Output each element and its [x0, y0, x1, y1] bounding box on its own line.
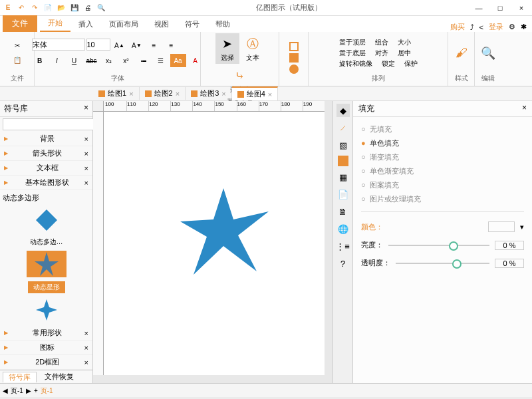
bold-button[interactable]: B [32, 54, 48, 67]
send-back[interactable]: 置于底层 [339, 49, 366, 58]
shadow-tool-icon[interactable]: ▧ [336, 138, 350, 152]
page-active[interactable]: 页-1 [41, 386, 53, 396]
globe-tool-icon[interactable]: 🌐 [336, 222, 350, 235]
tab-home[interactable]: 开始 [40, 15, 70, 32]
page-next-icon[interactable]: ▶ [26, 387, 31, 394]
sup-button[interactable]: x² [118, 54, 134, 67]
open-icon[interactable]: 📂 [56, 3, 66, 13]
star-shape[interactable] [177, 185, 270, 278]
btab-symbol[interactable]: 符号库 [3, 372, 37, 382]
size-cmd[interactable]: 大小 [398, 38, 411, 47]
share-icon[interactable]: < [479, 23, 483, 31]
preview-icon[interactable]: 🔍 [96, 3, 106, 13]
underline-button[interactable]: U [66, 54, 82, 67]
copy-icon[interactable]: 📋 [9, 54, 25, 67]
circle-fill-icon[interactable] [289, 65, 299, 74]
export-icon[interactable]: ⤴ [470, 23, 474, 31]
fill-picture[interactable]: 图片或纹理填充 [361, 192, 524, 206]
cat-icon[interactable]: 图标× [0, 340, 92, 355]
layer-tool-icon[interactable]: 🗎 [336, 205, 350, 218]
cat-common[interactable]: 常用形状× [0, 326, 92, 340]
align-icon[interactable]: ≡ [164, 39, 180, 52]
doc-tab-3[interactable]: 绘图3× [186, 87, 232, 100]
canvas[interactable] [104, 112, 325, 375]
thumb-star[interactable] [27, 251, 66, 277]
sub-button[interactable]: x₂ [101, 54, 117, 67]
fill-pattern[interactable]: 图案填充 [361, 178, 524, 192]
lock-cmd[interactable]: 锁定 [382, 59, 395, 68]
cat-arrow[interactable]: 箭头形状× [0, 146, 92, 161]
doc-tab-2[interactable]: 绘图2× [140, 87, 186, 100]
rect-shape-icon[interactable] [289, 42, 299, 51]
highlight-icon[interactable]: Aa [170, 54, 186, 67]
trans-value[interactable]: 0 % [495, 259, 524, 268]
help-tool-icon[interactable]: ? [336, 257, 350, 270]
font-size-select[interactable] [86, 39, 110, 51]
fill-solid[interactable]: 单色填充 [361, 136, 524, 150]
protect-cmd[interactable]: 保护 [404, 59, 418, 68]
page-prev-icon[interactable]: ◀ [3, 387, 8, 394]
group-cmd[interactable]: 组合 [375, 38, 388, 47]
cat-2d[interactable]: 2D框图× [0, 355, 92, 370]
save-icon[interactable]: 💾 [69, 3, 80, 13]
cat-basic[interactable]: 基本绘图形状× [0, 176, 92, 190]
cat-textbox[interactable]: 文本框× [0, 161, 92, 176]
login-link[interactable]: 登录 [489, 22, 503, 32]
minimize-button[interactable]: — [471, 4, 487, 12]
trans-slider[interactable] [396, 263, 489, 264]
fill-solid-gradient[interactable]: 单色渐变填充 [361, 164, 524, 178]
props-tool-icon[interactable]: ⋮≡ [336, 239, 350, 253]
settings-icon[interactable]: ⚙ [509, 23, 515, 31]
line-tool-icon[interactable]: ⟋ [336, 121, 350, 134]
tab-view[interactable]: 视图 [146, 17, 177, 32]
bright-value[interactable]: 0 % [495, 241, 524, 250]
page-tab[interactable]: 页-1 [11, 386, 23, 396]
btab-recover[interactable]: 文件恢复 [39, 372, 79, 382]
page-add-icon[interactable]: + [34, 387, 38, 394]
number-icon[interactable]: ☰ [153, 54, 169, 67]
layout-tool-icon[interactable]: ▦ [336, 170, 350, 184]
strike-button[interactable]: abc [84, 54, 100, 67]
rotate-cmd[interactable]: 旋转和镜像 [339, 59, 372, 68]
fill-tool-icon[interactable]: ◆ [336, 104, 350, 117]
select-tool[interactable]: ➤选择 [215, 33, 239, 64]
tab-insert[interactable]: 插入 [70, 17, 101, 32]
fill-none[interactable]: 无填充 [361, 122, 524, 136]
buy-link[interactable]: 购买 [450, 22, 465, 32]
thumb-diamond[interactable] [27, 207, 66, 233]
text-tool[interactable]: Ⓐ文本 [241, 33, 265, 64]
print-icon[interactable]: 🖨 [82, 3, 93, 13]
close-button[interactable]: × [513, 4, 529, 12]
right-close-icon[interactable]: × [522, 103, 527, 114]
linespace-icon[interactable]: ≡ [146, 39, 162, 52]
tab-help[interactable]: 帮助 [207, 17, 238, 32]
tab-layout[interactable]: 页面布局 [101, 17, 146, 32]
edit-icon[interactable]: 🔍 [481, 46, 495, 61]
shrink-font-icon[interactable]: A▼ [129, 39, 145, 52]
file-tab[interactable]: 文件 [3, 15, 37, 32]
left-close-icon[interactable]: × [84, 103, 88, 114]
color-swatch[interactable] [488, 221, 515, 232]
bring-front[interactable]: 置于顶层 [339, 38, 366, 47]
thumb-star4[interactable] [27, 297, 66, 324]
redo-icon[interactable]: ↷ [29, 3, 40, 13]
app-icon[interactable]: ✱ [521, 23, 527, 31]
color-tool-icon[interactable] [338, 156, 348, 166]
paste-icon[interactable]: ✂ [9, 39, 25, 53]
rect-fill-icon[interactable] [289, 53, 299, 63]
cat-background[interactable]: 背景× [0, 132, 92, 146]
font-name-select[interactable] [32, 39, 85, 51]
doc-tab-4[interactable]: 绘图4× [232, 86, 279, 100]
fill-gradient[interactable]: 渐变填充 [361, 150, 524, 164]
page-tool-icon[interactable]: 📄 [336, 188, 350, 201]
maximize-button[interactable]: □ [492, 4, 508, 12]
undo-icon[interactable]: ↶ [16, 3, 27, 13]
align-cmd[interactable]: 对齐 [375, 49, 388, 58]
style-icon[interactable]: 🖌 [456, 46, 467, 60]
new-icon[interactable]: 📄 [43, 3, 53, 13]
bright-slider[interactable] [388, 245, 489, 246]
italic-button[interactable]: I [49, 54, 65, 67]
center-cmd[interactable]: 居中 [398, 49, 411, 58]
grow-font-icon[interactable]: A▲ [112, 39, 128, 52]
bullet-icon[interactable]: ≔ [136, 54, 152, 67]
